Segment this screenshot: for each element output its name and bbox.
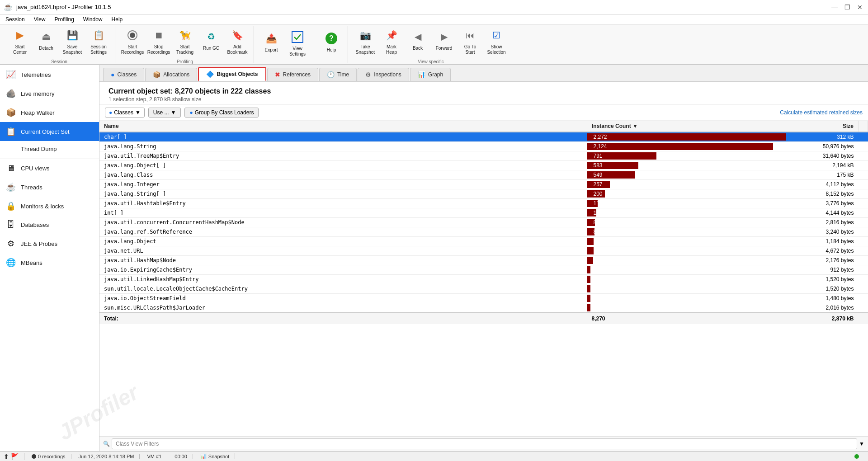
table-row[interactable]: java.util.HashMap$Node682,176 bytes	[99, 256, 868, 265]
instance-count-label: 103	[592, 210, 603, 216]
run-gc-button[interactable]: ♻ Run GC	[198, 27, 224, 55]
title-bar: ☕ java_pid1624.hprof - JProfiler 10.1.5 …	[0, 0, 868, 14]
table-row[interactable]: sun.misc.URLClassPath$JarLoader362,016 b…	[99, 303, 868, 313]
sidebar-item-threads[interactable]: ☕ Threads	[0, 178, 99, 197]
classes-dropdown[interactable]: ● Classes ▼	[105, 108, 145, 118]
tab-allocations[interactable]: 📦 Allocations	[145, 68, 197, 81]
take-snapshot-button[interactable]: 📷 TakeSnapshot	[353, 26, 378, 56]
filter-dropdown-arrow[interactable]: ▼	[859, 441, 864, 447]
table-row[interactable]: char[ ]2,272312 kB	[99, 132, 868, 142]
recordings-dot	[32, 454, 36, 459]
sidebar-item-telemetries[interactable]: 📈 Telemetries	[0, 65, 99, 84]
sidebar-item-databases[interactable]: 🗄 Databases	[0, 216, 99, 234]
instance-count-bar	[587, 285, 590, 292]
menu-session[interactable]: Session	[2, 15, 28, 24]
sidebar-item-monitors-locks[interactable]: 🔒 Monitors & locks	[0, 197, 99, 216]
session-settings-button[interactable]: 📋 SessionSettings	[86, 26, 111, 56]
menu-help[interactable]: Help	[108, 15, 127, 24]
sidebar-item-thread-dump[interactable]: Thread Dump	[0, 141, 99, 157]
table-row[interactable]: java.util.Hashtable$Entry1183,776 bytes	[99, 199, 868, 208]
mark-heap-button[interactable]: 📌 MarkHeap	[379, 26, 404, 56]
title-bar-controls[interactable]: — ❐ ✕	[830, 3, 864, 12]
menu-profiling[interactable]: Profiling	[51, 15, 78, 24]
table-row[interactable]: sun.util.locale.LocaleObjectCache$CacheE…	[99, 284, 868, 294]
sidebar-item-current-object-set[interactable]: 📋 Current Object Set	[0, 122, 99, 141]
save-snapshot-button[interactable]: 💾 SaveSnapshot	[60, 26, 85, 56]
sidebar-item-cpu-views[interactable]: 🖥 CPU views	[0, 159, 99, 178]
table-footer: Total: 8,270 2,870 kB	[99, 313, 868, 324]
cell-size: 1,520 bytes	[804, 284, 859, 294]
cell-size: 175 kB	[804, 170, 859, 180]
detach-icon: ⏏	[39, 29, 53, 44]
group-by-class-loaders-button[interactable]: ● Group By Class Loaders	[184, 108, 259, 118]
instance-count-label: 88	[592, 219, 599, 226]
add-bookmark-button[interactable]: 🔖 AddBookmark	[225, 26, 250, 56]
start-tracking-label: StartTracking	[176, 44, 193, 55]
content-subtitle: 1 selection step, 2,870 kB shallow size	[108, 96, 859, 103]
class-view-filter-input[interactable]	[112, 438, 857, 449]
nav-flag-icon[interactable]: 🚩	[11, 453, 19, 460]
biggest-objects-tab-label: Biggest Objects	[217, 71, 258, 77]
table-row[interactable]: java.lang.Object741,184 bytes	[99, 237, 868, 246]
forward-button[interactable]: ▶ Forward	[431, 27, 457, 55]
instance-count-label: 73	[592, 248, 599, 254]
table-row[interactable]: java.lang.Object[ ]5832,194 kB	[99, 161, 868, 170]
cell-name: java.util.HashMap$Node	[99, 256, 587, 265]
menu-window[interactable]: Window	[80, 15, 106, 24]
cell-size: 50,976 bytes	[804, 142, 859, 151]
back-button[interactable]: ◀ Back	[405, 27, 430, 55]
table-row[interactable]: java.net.URL734,672 bytes	[99, 246, 868, 256]
cpu-views-icon: 🖥	[5, 164, 16, 173]
sidebar-item-jee-probes[interactable]: ⚙ JEE & Probes	[0, 234, 99, 253]
session-settings-label: SessionSettings	[90, 44, 107, 55]
start-center-label: StartCenter	[13, 44, 27, 55]
start-recordings-button[interactable]: StartRecordings	[120, 26, 145, 56]
sidebar-item-live-memory[interactable]: 🪨 Live memory	[0, 84, 99, 103]
vm-label: VM #1	[147, 454, 161, 459]
table-row[interactable]: java.io.ExpiringCache$Entry38912 bytes	[99, 265, 868, 275]
table-row[interactable]: int[ ]1034,144 bytes	[99, 208, 868, 218]
close-button[interactable]: ✕	[855, 3, 864, 12]
show-selection-button[interactable]: ☑ ShowSelection	[484, 26, 509, 56]
toolbar-group-session: ▶ StartCenter ⏏ Detach 💾 SaveSnapshot 📋 …	[4, 26, 115, 63]
table-row[interactable]: java.io.ObjectStreamField371,480 bytes	[99, 294, 868, 303]
nav-up-icon[interactable]: ⬆	[4, 453, 9, 460]
calculate-retained-sizes-link[interactable]: Calculate estimated retained sizes	[780, 109, 863, 116]
detach-button[interactable]: ⏏ Detach	[33, 27, 59, 55]
table-row[interactable]: java.lang.String2,12450,976 bytes	[99, 142, 868, 151]
stop-recordings-button[interactable]: ⏹ StopRecordings	[146, 26, 171, 56]
cell-name: java.lang.Integer	[99, 180, 587, 189]
sidebar-label-monitors-locks: Monitors & locks	[21, 203, 64, 210]
table-row[interactable]: java.util.LinkedHashMap$Entry381,520 byt…	[99, 275, 868, 284]
table-row[interactable]: java.lang.ref.SoftReference813,240 bytes	[99, 227, 868, 237]
sidebar-item-mbeans[interactable]: 🌐 MBeans	[0, 253, 99, 272]
table-row[interactable]: java.lang.String[ ]2008,152 bytes	[99, 189, 868, 199]
group-label: Group By Class Loaders	[195, 109, 254, 116]
export-button[interactable]: 📤 Export	[259, 29, 284, 57]
view-settings-button[interactable]: ViewSettings	[285, 28, 310, 58]
help-button[interactable]: ? Help	[319, 29, 344, 57]
tab-time[interactable]: 🕐 Time	[319, 68, 357, 81]
menu-view[interactable]: View	[30, 15, 49, 24]
tab-classes[interactable]: ● Classes	[103, 68, 144, 81]
maximize-button[interactable]: ❐	[843, 3, 852, 12]
cell-instance-count: 200	[587, 189, 804, 199]
minimize-button[interactable]: —	[830, 3, 839, 12]
go-to-start-button[interactable]: ⏮ Go ToStart	[458, 26, 483, 56]
status-green-dot	[854, 454, 864, 459]
instance-count-label: 36	[592, 305, 599, 311]
use-button[interactable]: Use ... ▼	[148, 108, 181, 118]
table-row[interactable]: java.util.TreeMap$Entry79131,640 bytes	[99, 151, 868, 161]
tab-biggest-objects[interactable]: 🔷 Biggest Objects	[198, 67, 266, 81]
table-row[interactable]: java.lang.Integer2574,112 bytes	[99, 180, 868, 189]
table-footer-row: Total: 8,270 2,870 kB	[99, 313, 868, 324]
start-center-button[interactable]: ▶ StartCenter	[7, 26, 33, 56]
start-tracking-button[interactable]: 🦮 StartTracking	[172, 26, 198, 56]
sidebar-item-heap-walker[interactable]: 📦 Heap Walker	[0, 103, 99, 122]
tab-references[interactable]: ✖ References	[267, 68, 318, 81]
table-row[interactable]: java.util.concurrent.ConcurrentHashMap$N…	[99, 218, 868, 227]
tab-graph[interactable]: 📊 Graph	[410, 68, 451, 81]
sidebar-label-current-object-set: Current Object Set	[21, 128, 70, 135]
table-row[interactable]: java.lang.Class549175 kB	[99, 170, 868, 180]
tab-inspections[interactable]: ⚙ Inspections	[358, 68, 409, 81]
